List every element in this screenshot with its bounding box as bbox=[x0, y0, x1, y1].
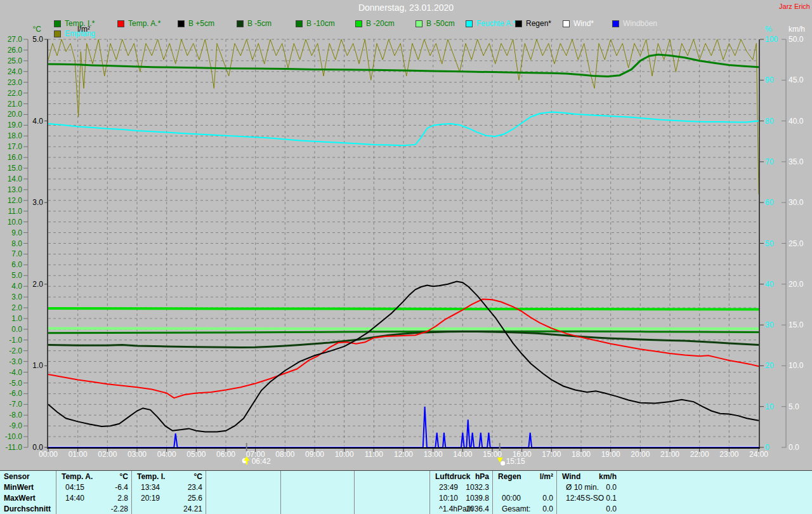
svg-text:50: 50 bbox=[765, 239, 774, 248]
svg-text:18:00: 18:00 bbox=[572, 450, 591, 459]
svg-text:60: 60 bbox=[765, 198, 774, 207]
table-group-unit: °C bbox=[194, 472, 202, 481]
svg-text:80: 80 bbox=[765, 117, 774, 126]
table-cell-value: 0.0 bbox=[542, 504, 553, 513]
table-row: -2.28 bbox=[56, 504, 132, 514]
svg-text:02:00: 02:00 bbox=[98, 450, 117, 459]
table-cell-time: 00:00 bbox=[502, 494, 521, 503]
table-row: 00:000.0 bbox=[493, 494, 557, 504]
table-row: 24.21 bbox=[132, 504, 206, 514]
svg-text:4.0: 4.0 bbox=[11, 282, 22, 291]
svg-text:35.0: 35.0 bbox=[789, 157, 804, 166]
svg-text:20.0: 20.0 bbox=[789, 280, 804, 289]
svg-text:11.0: 11.0 bbox=[8, 207, 23, 216]
svg-text:40: 40 bbox=[765, 280, 774, 289]
table-group-unit: l/m² bbox=[540, 472, 553, 481]
table-cell-value: -2.28 bbox=[111, 504, 128, 513]
svg-text:100: 100 bbox=[765, 35, 778, 44]
svg-text:°C: °C bbox=[33, 25, 42, 34]
svg-text:15.0: 15.0 bbox=[789, 320, 804, 329]
svg-text:-8.0: -8.0 bbox=[9, 411, 22, 419]
svg-text:5.0: 5.0 bbox=[32, 35, 43, 44]
table-row: 20:1925.6 bbox=[132, 494, 206, 504]
svg-text:%: % bbox=[765, 25, 772, 34]
table-cell-value: 0.0 bbox=[606, 504, 617, 513]
svg-text:12.0: 12.0 bbox=[8, 196, 23, 205]
table-cell-time: 12:45 bbox=[566, 494, 585, 503]
svg-text:8.0: 8.0 bbox=[11, 239, 22, 248]
svg-text:24.0: 24.0 bbox=[8, 67, 23, 76]
svg-text:-7.0: -7.0 bbox=[9, 400, 22, 409]
svg-text:9.0: 9.0 bbox=[11, 228, 22, 237]
table-group-name: Temp. A. bbox=[62, 472, 93, 481]
table-group-unit: hPa bbox=[475, 472, 489, 481]
svg-text:25.0: 25.0 bbox=[8, 56, 23, 65]
table-row-label: MinWert bbox=[4, 483, 34, 492]
svg-text:km/h: km/h bbox=[789, 25, 805, 34]
svg-text:90: 90 bbox=[765, 76, 774, 84]
svg-text:30.0: 30.0 bbox=[789, 198, 804, 207]
svg-text:13.0: 13.0 bbox=[8, 185, 23, 194]
svg-text:10.0: 10.0 bbox=[8, 218, 23, 227]
table-cell-value: 1039.8 bbox=[466, 494, 489, 503]
table-cell-value: 23.4 bbox=[188, 483, 202, 492]
table-group-empty bbox=[354, 471, 430, 514]
table-row: 10:101039.8 bbox=[430, 494, 493, 504]
table-cell-value: 0.0 bbox=[542, 494, 553, 503]
table-row bbox=[281, 483, 355, 493]
svg-text:5.0: 5.0 bbox=[789, 402, 799, 411]
svg-text:-2.0: -2.0 bbox=[9, 346, 22, 355]
gridlines bbox=[48, 39, 759, 447]
table-group-temp-i-: Temp. I.°C13:3423.420:1925.624.21 bbox=[131, 471, 206, 514]
table-group-name: Luftdruck bbox=[435, 472, 470, 481]
svg-text:-10.0: -10.0 bbox=[5, 432, 23, 441]
svg-text:23:00: 23:00 bbox=[719, 450, 738, 459]
table-group-unit: °C bbox=[120, 472, 128, 481]
series-b-minus50 bbox=[48, 329, 759, 329]
sunset-time-label: 15:15 bbox=[506, 457, 525, 466]
table-cell-time: Gesamt: bbox=[502, 504, 530, 513]
svg-text:l/m²: l/m² bbox=[77, 25, 90, 34]
table-row bbox=[281, 494, 355, 504]
svg-text:15.0: 15.0 bbox=[8, 164, 23, 173]
x-axis-labels: 00:0001:0002:0003:0004:0005:0006:0007:00… bbox=[39, 449, 768, 459]
table-cell-time: 13:34 bbox=[141, 483, 160, 492]
svg-text:7.0: 7.0 bbox=[11, 249, 22, 258]
table-row bbox=[493, 483, 557, 493]
table-cell-time: 10:10 bbox=[439, 494, 458, 503]
table-group-wind: Windkm/hØ 10 min.0.012:45S-SO 0.10.0 bbox=[556, 471, 620, 514]
svg-text:6.0: 6.0 bbox=[11, 260, 22, 269]
svg-text:3.0: 3.0 bbox=[11, 293, 22, 301]
svg-text:21.0: 21.0 bbox=[8, 100, 23, 109]
table-cell-time: 04:15 bbox=[65, 483, 84, 492]
svg-text:21:00: 21:00 bbox=[660, 450, 679, 459]
svg-text:10.0: 10.0 bbox=[789, 361, 804, 370]
table-cell-time: 23:49 bbox=[439, 483, 458, 492]
svg-text:15:00: 15:00 bbox=[483, 450, 502, 459]
table-group-empty bbox=[206, 471, 281, 514]
svg-text:0.0: 0.0 bbox=[11, 325, 22, 334]
table-row bbox=[281, 504, 355, 514]
svg-text:2.0: 2.0 bbox=[11, 303, 22, 312]
axis-unit-titles: °Cl/m²%km/h bbox=[33, 25, 805, 34]
table-cell-time: 20:19 bbox=[141, 494, 160, 503]
svg-text:2.0: 2.0 bbox=[32, 280, 43, 289]
svg-text:5.0: 5.0 bbox=[11, 271, 22, 280]
svg-text:09:00: 09:00 bbox=[305, 450, 324, 459]
svg-text:-6.0: -6.0 bbox=[9, 389, 22, 398]
svg-text:19:00: 19:00 bbox=[601, 450, 620, 459]
table-row bbox=[355, 483, 430, 493]
svg-text:08:00: 08:00 bbox=[275, 450, 294, 459]
table-row: 23:491032.3 bbox=[430, 483, 493, 493]
stats-table: SensorMinWertMaxWertDurchschnittTemp. A.… bbox=[0, 470, 812, 514]
svg-text:04:00: 04:00 bbox=[157, 450, 176, 459]
temp-axis-labels: 27.026.025.024.023.022.021.020.019.018.0… bbox=[5, 35, 28, 452]
table-row-label: Sensor bbox=[4, 472, 30, 481]
svg-text:20: 20 bbox=[765, 361, 774, 370]
table-group-name: Wind bbox=[562, 472, 580, 481]
svg-text:-3.0: -3.0 bbox=[9, 357, 22, 366]
svg-text:12:00: 12:00 bbox=[394, 450, 413, 459]
table-row-label: Durchschnitt bbox=[4, 504, 51, 513]
svg-text:-4.0: -4.0 bbox=[9, 368, 22, 377]
table-row: 04:15-6.4 bbox=[56, 483, 132, 493]
